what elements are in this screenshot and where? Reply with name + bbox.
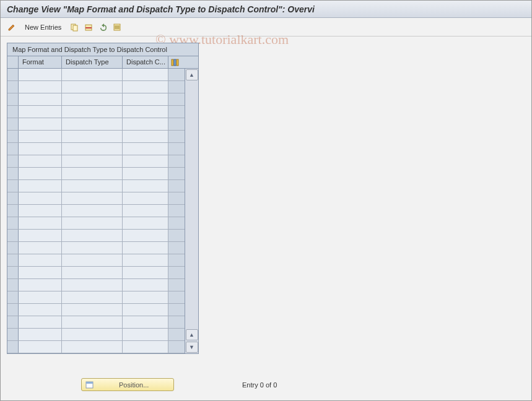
row-selector[interactable] — [7, 69, 19, 80]
cell-format[interactable] — [19, 155, 62, 167]
row-selector[interactable] — [7, 205, 19, 217]
row-selector[interactable] — [7, 291, 19, 303]
cell-dispatch-type[interactable] — [62, 118, 123, 130]
row-selector[interactable] — [7, 131, 19, 142]
table-row[interactable] — [7, 118, 185, 131]
cell-format[interactable] — [19, 242, 62, 254]
cell-format[interactable] — [19, 131, 62, 142]
scroll-up2-icon[interactable]: ▲ — [186, 329, 198, 340]
cell-dispatch-control[interactable] — [123, 118, 168, 130]
row-selector[interactable] — [7, 316, 19, 328]
cell-dispatch-type[interactable] — [62, 192, 123, 204]
cell-format[interactable] — [19, 205, 62, 217]
cell-dispatch-type[interactable] — [62, 143, 123, 155]
cell-dispatch-type[interactable] — [62, 93, 123, 105]
cell-dispatch-type[interactable] — [62, 180, 123, 192]
cell-format[interactable] — [19, 291, 62, 303]
cell-dispatch-control[interactable] — [123, 217, 168, 229]
cell-dispatch-type[interactable] — [62, 291, 123, 303]
cell-dispatch-type[interactable] — [62, 131, 123, 142]
row-selector[interactable] — [7, 279, 19, 291]
cell-format[interactable] — [19, 93, 62, 105]
cell-dispatch-type[interactable] — [62, 230, 123, 241]
cell-format[interactable] — [19, 106, 62, 118]
row-selector[interactable] — [7, 329, 19, 340]
cell-format[interactable] — [19, 118, 62, 130]
cell-dispatch-type[interactable] — [62, 106, 123, 118]
cell-format[interactable] — [19, 230, 62, 241]
cell-format[interactable] — [19, 279, 62, 291]
table-config-icon[interactable] — [168, 56, 182, 68]
table-row[interactable] — [7, 93, 185, 106]
cell-dispatch-control[interactable] — [123, 242, 168, 254]
cell-format[interactable] — [19, 304, 62, 316]
scroll-down-icon[interactable]: ▼ — [186, 342, 198, 353]
copy-icon[interactable] — [68, 21, 81, 33]
cell-dispatch-control[interactable] — [123, 316, 168, 328]
new-entries-button[interactable]: New Entries — [20, 21, 66, 33]
row-selector-header[interactable] — [7, 56, 19, 68]
cell-format[interactable] — [19, 192, 62, 204]
cell-dispatch-type[interactable] — [62, 254, 123, 266]
cell-dispatch-type[interactable] — [62, 267, 123, 278]
select-all-icon[interactable] — [111, 21, 123, 33]
table-row[interactable] — [7, 304, 185, 316]
cell-format[interactable] — [19, 267, 62, 278]
row-selector[interactable] — [7, 230, 19, 241]
row-selector[interactable] — [7, 192, 19, 204]
table-row[interactable] — [7, 155, 185, 168]
column-header-format[interactable]: Format — [19, 56, 62, 68]
row-selector[interactable] — [7, 217, 19, 229]
cell-dispatch-control[interactable] — [123, 304, 168, 316]
table-row[interactable] — [7, 217, 185, 230]
cell-dispatch-control[interactable] — [123, 254, 168, 266]
vertical-scrollbar[interactable]: ▲ ▲ ▼ — [185, 69, 198, 353]
cell-dispatch-control[interactable] — [123, 81, 168, 93]
table-row[interactable] — [7, 230, 185, 242]
row-selector[interactable] — [7, 180, 19, 192]
table-row[interactable] — [7, 279, 185, 291]
cell-dispatch-type[interactable] — [62, 155, 123, 167]
scroll-up-icon[interactable]: ▲ — [186, 69, 198, 80]
cell-dispatch-control[interactable] — [123, 267, 168, 278]
table-row[interactable] — [7, 316, 185, 329]
cell-format[interactable] — [19, 143, 62, 155]
row-selector[interactable] — [7, 341, 19, 353]
table-row[interactable] — [7, 267, 185, 279]
row-selector[interactable] — [7, 93, 19, 105]
cell-dispatch-control[interactable] — [123, 205, 168, 217]
table-row[interactable] — [7, 168, 185, 180]
cell-format[interactable] — [19, 329, 62, 340]
cell-dispatch-type[interactable] — [62, 341, 123, 353]
cell-format[interactable] — [19, 69, 62, 80]
column-header-dispatch-type[interactable]: Dispatch Type — [62, 56, 123, 68]
row-selector[interactable] — [7, 143, 19, 155]
cell-dispatch-control[interactable] — [123, 93, 168, 105]
table-row[interactable] — [7, 131, 185, 143]
cell-dispatch-type[interactable] — [62, 69, 123, 80]
cell-format[interactable] — [19, 81, 62, 93]
row-selector[interactable] — [7, 304, 19, 316]
cell-dispatch-control[interactable] — [123, 230, 168, 241]
row-selector[interactable] — [7, 81, 19, 93]
cell-dispatch-control[interactable] — [123, 155, 168, 167]
table-row[interactable] — [7, 291, 185, 304]
table-row[interactable] — [7, 69, 185, 81]
cell-dispatch-control[interactable] — [123, 329, 168, 340]
table-row[interactable] — [7, 254, 185, 267]
table-row[interactable] — [7, 192, 185, 205]
cell-dispatch-control[interactable] — [123, 168, 168, 179]
cell-format[interactable] — [19, 341, 62, 353]
cell-dispatch-control[interactable] — [123, 106, 168, 118]
table-row[interactable] — [7, 81, 185, 93]
cell-dispatch-type[interactable] — [62, 168, 123, 179]
column-header-dispatch-control[interactable]: Dispatch C... — [123, 56, 168, 68]
undo-icon[interactable] — [97, 21, 109, 33]
row-selector[interactable] — [7, 118, 19, 130]
cell-dispatch-control[interactable] — [123, 341, 168, 353]
change-icon[interactable] — [6, 21, 18, 33]
row-selector[interactable] — [7, 267, 19, 278]
table-row[interactable] — [7, 106, 185, 118]
row-selector[interactable] — [7, 254, 19, 266]
cell-dispatch-type[interactable] — [62, 205, 123, 217]
